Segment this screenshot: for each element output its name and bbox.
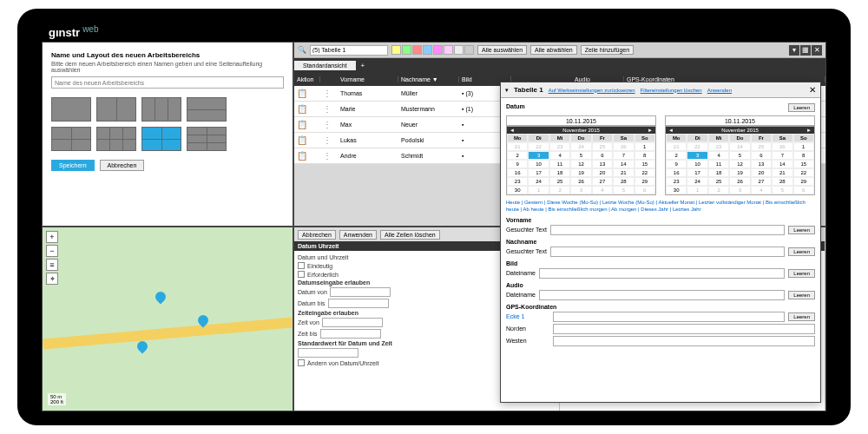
- calendar-day[interactable]: 28: [613, 177, 634, 186]
- calendar-day[interactable]: 2: [507, 151, 528, 160]
- calendar-day[interactable]: 6: [751, 151, 772, 160]
- calendar-day[interactable]: 27: [592, 177, 613, 186]
- calendar-day[interactable]: 23: [507, 177, 528, 186]
- calendar-day[interactable]: 19: [570, 168, 591, 177]
- calendar-day[interactable]: 24: [570, 142, 591, 151]
- column-header[interactable]: Aktion: [294, 76, 320, 82]
- calendar-day[interactable]: 12: [729, 160, 750, 168]
- clear-button[interactable]: Leeren: [788, 269, 815, 278]
- calendar-day[interactable]: 12: [570, 160, 591, 168]
- calendar-day[interactable]: 16: [666, 168, 687, 177]
- calendar-day[interactable]: 5: [729, 151, 750, 160]
- date-to-input[interactable]: [328, 299, 389, 308]
- layout-option[interactable]: [187, 97, 227, 122]
- layout-option[interactable]: [187, 127, 227, 151]
- calendar-day[interactable]: 14: [613, 160, 634, 168]
- calendar-day[interactable]: 24: [729, 142, 750, 151]
- calendar-day[interactable]: 13: [592, 160, 613, 168]
- gps-input[interactable]: [553, 324, 815, 334]
- layers-button[interactable]: ≡: [46, 259, 58, 271]
- calendar-day[interactable]: 11: [708, 160, 729, 168]
- filter-text-input[interactable]: [539, 290, 785, 300]
- calendar-day[interactable]: 21: [666, 142, 687, 151]
- calendar-to[interactable]: ◄November 2015►MoDiMiDoFrSaSo21222324252…: [665, 126, 815, 195]
- calendar-day[interactable]: 10: [528, 160, 549, 168]
- clear-button[interactable]: Leeren: [788, 312, 815, 321]
- calendar-day[interactable]: 17: [528, 168, 549, 177]
- default-value-input[interactable]: [298, 348, 358, 358]
- clear-button[interactable]: Leeren: [788, 103, 815, 112]
- editor-clear-button[interactable]: Alle Zeilen löschen: [380, 230, 440, 240]
- calendar-day[interactable]: 6: [793, 186, 814, 194]
- table-search-input[interactable]: [310, 45, 388, 56]
- calendar-day[interactable]: 21: [772, 168, 792, 177]
- calendar-day[interactable]: 14: [772, 160, 792, 168]
- calendar-day[interactable]: 13: [751, 160, 772, 168]
- calendar-day[interactable]: 26: [570, 177, 591, 186]
- date-from-input[interactable]: [330, 287, 391, 297]
- time-from-input[interactable]: [322, 318, 383, 327]
- date-from-field[interactable]: [506, 115, 656, 126]
- layout-option-selected[interactable]: [141, 127, 181, 151]
- save-button[interactable]: Speichern: [51, 160, 95, 171]
- map-panel[interactable]: + − ≡ ⌖ 50 m200 ft: [42, 227, 293, 411]
- calendar-day[interactable]: 22: [635, 168, 655, 177]
- checkbox[interactable]: [298, 359, 305, 366]
- workspace-name-input[interactable]: [51, 76, 284, 89]
- calendar-day[interactable]: 10: [687, 160, 707, 168]
- column-header[interactable]: Vorname: [338, 76, 398, 82]
- calendar-day[interactable]: 20: [592, 168, 613, 177]
- calendar-day[interactable]: 17: [687, 168, 707, 177]
- calendar-day[interactable]: 7: [772, 151, 792, 160]
- calendar-day[interactable]: 21: [507, 142, 528, 151]
- calendar-day[interactable]: 3: [687, 151, 707, 160]
- calendar-day[interactable]: 22: [528, 142, 549, 151]
- calendar-day[interactable]: 23: [666, 177, 687, 186]
- row-drag-icon[interactable]: ⋮: [320, 89, 338, 98]
- calendar-day[interactable]: 21: [613, 168, 634, 177]
- prev-month-icon[interactable]: ◄: [668, 128, 674, 133]
- calendar-day[interactable]: 22: [687, 142, 707, 151]
- view-tab[interactable]: Standardansicht: [294, 61, 356, 70]
- color-swatch[interactable]: [402, 45, 411, 55]
- calendar-day[interactable]: 5: [613, 186, 634, 194]
- calendar-day[interactable]: 27: [751, 177, 772, 186]
- row-drag-icon[interactable]: ⋮: [320, 104, 338, 114]
- apply-link[interactable]: Anwenden: [707, 88, 732, 93]
- calendar-day[interactable]: 4: [592, 186, 613, 194]
- row-action-icon[interactable]: 📋: [294, 151, 320, 161]
- filter-icon[interactable]: ▾: [789, 45, 799, 56]
- calendar-day[interactable]: 7: [613, 151, 634, 160]
- calendar-day[interactable]: 19: [729, 168, 750, 177]
- row-drag-icon[interactable]: ⋮: [320, 135, 338, 145]
- calendar-day[interactable]: 25: [549, 177, 570, 186]
- map-pin[interactable]: [153, 289, 168, 304]
- calendar-day[interactable]: 18: [549, 168, 570, 177]
- calendar-from[interactable]: ◄November 2015►MoDiMiDoFrSaSo21222324252…: [506, 126, 656, 195]
- row-action-icon[interactable]: 📋: [294, 89, 320, 98]
- calendar-day[interactable]: 25: [708, 177, 729, 186]
- calendar-day[interactable]: 1: [635, 142, 655, 151]
- row-action-icon[interactable]: 📋: [294, 104, 320, 114]
- editor-cancel-button[interactable]: Abbrechen: [298, 230, 336, 240]
- filter-text-input[interactable]: [550, 225, 785, 235]
- color-swatch[interactable]: [433, 45, 443, 55]
- close-icon[interactable]: ✕: [812, 45, 822, 56]
- calendar-day[interactable]: 26: [772, 142, 792, 151]
- checkbox[interactable]: [298, 262, 305, 269]
- calendar-day[interactable]: 6: [592, 151, 613, 160]
- calendar-day[interactable]: 3: [528, 151, 549, 160]
- color-swatch[interactable]: [423, 45, 432, 55]
- zoom-out-button[interactable]: −: [46, 245, 58, 257]
- add-tab-button[interactable]: +: [356, 62, 371, 69]
- calendar-day[interactable]: 28: [772, 177, 792, 186]
- color-swatch[interactable]: [464, 45, 474, 55]
- calendar-day[interactable]: 23: [708, 142, 729, 151]
- calendar-day[interactable]: 5: [570, 151, 591, 160]
- calendar-day[interactable]: 3: [729, 186, 750, 194]
- next-month-icon[interactable]: ►: [806, 128, 812, 133]
- layout-option[interactable]: [51, 127, 91, 151]
- calendar-day[interactable]: 26: [613, 142, 634, 151]
- color-swatch[interactable]: [444, 45, 453, 55]
- editor-apply-button[interactable]: Anwenden: [339, 230, 377, 240]
